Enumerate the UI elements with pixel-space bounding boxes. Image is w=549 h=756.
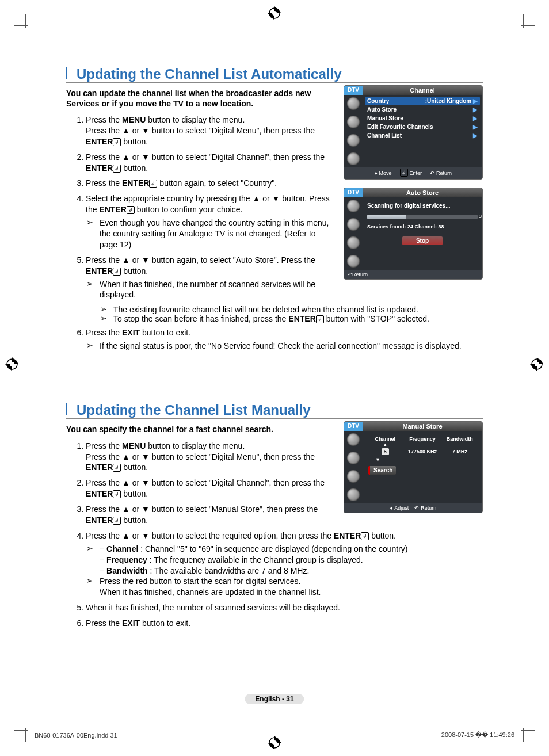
note-pointer-icon: ➢ [100, 314, 108, 323]
step: Press the ▲ or ▼ button to select "Manua… [86, 504, 336, 526]
enter-icon [361, 532, 369, 540]
note-text: Press the red button to start the scan f… [100, 576, 483, 598]
col-channel: Channel▲ [368, 436, 402, 448]
enter-icon [316, 315, 324, 323]
step: Press the MENU button to display the men… [86, 441, 336, 474]
osd-category-icons [344, 95, 363, 167]
registration-mark-right [529, 357, 544, 372]
dtv-badge: DTV [344, 86, 363, 95]
steps-manual-cont: Press the ▲ or ▼ button to select the re… [66, 530, 483, 629]
osd-category-icon [347, 116, 360, 128]
enter-icon [149, 180, 157, 188]
intro-manual: You can specify the channel for a fast c… [66, 425, 336, 435]
osd-title: Channel [363, 86, 482, 95]
enter-icon [113, 464, 121, 472]
note-pointer-icon: ➢ [86, 278, 94, 289]
osd-category-icon [347, 97, 360, 110]
step: Press the EXIT button to exit. ➢If the s… [86, 327, 483, 352]
note-text: When it has finished, the number of scan… [100, 279, 336, 301]
note-pointer-icon: ➢ [86, 217, 94, 228]
progress: Scanning for digital services... 35% [367, 203, 478, 219]
osd-manual-store: DTV Manual Store Channel▲ [344, 421, 483, 513]
step: Select the appropriate country by pressi… [86, 193, 336, 250]
note-text: To stop the scan before it has finished,… [113, 314, 483, 324]
menu-row: Auto Store▶ [365, 105, 480, 114]
enter-icon [113, 268, 121, 276]
menu-row-country: Country:United Kingdom ▶ [365, 97, 480, 105]
enter-icon [127, 206, 135, 214]
col-frequency: Frequency [406, 436, 440, 448]
intro-auto: You can update the channel list when the… [66, 89, 336, 109]
progress-label: Scanning for digital services... [367, 203, 478, 209]
menu-row: Edit Favourite Channels▶ [365, 123, 480, 131]
crop-mark [14, 25, 28, 26]
search-button: Search [368, 466, 396, 475]
menu-row: Manual Store▶ [365, 114, 480, 123]
steps-manual: Press the MENU button to display the men… [66, 441, 336, 526]
enter-icon [400, 169, 408, 177]
section-title-manual: Updating the Channel List Manually [66, 402, 483, 419]
progress-bar: 35% [367, 215, 478, 219]
enter-icon [113, 138, 121, 146]
note-pointer-icon: ➢ [86, 340, 94, 351]
osd-category-icon [347, 134, 360, 147]
enter-icon [113, 490, 121, 498]
osd-category-icon [347, 200, 360, 212]
osd-category-icon [347, 236, 360, 249]
services-found: Services found: 24 Channel: 38 [365, 223, 480, 231]
progress-percent: 35% [479, 213, 483, 219]
osd-channel-menu: DTV Channel Country:United Kingdom ▶ Au [344, 85, 483, 180]
note-text: − Channel : Channel "5" to "69" in seque… [100, 544, 483, 576]
section-title-auto: Updating the Channel List Automatically [66, 66, 483, 83]
note-pointer-icon: ➢ [100, 304, 108, 314]
enter-icon [113, 517, 121, 525]
dtv-badge: DTV [344, 422, 363, 431]
osd-footer: ↶ Return [344, 270, 482, 279]
osd-category-icons [344, 197, 363, 270]
step: Press the EXIT button to exit. [86, 618, 483, 629]
note-text: If the signal status is poor, the "No Se… [100, 341, 483, 352]
osd-category-icon [347, 452, 360, 464]
osd-auto-store: DTV Auto Store Scanning for digital [344, 188, 483, 280]
enter-icon [113, 165, 121, 173]
step: When it has finished, the number of scan… [86, 602, 483, 613]
osd-category-icon [347, 255, 360, 268]
bandwidth-value: 7 MHz [443, 449, 476, 455]
osd-footer: ♦Adjust ↶Return [344, 503, 482, 513]
osd-title: Auto Store [363, 188, 482, 197]
col-bandwidth: Bandwidth [443, 436, 476, 448]
page: Updating the Channel List Automatically … [0, 0, 549, 756]
steps-auto: Press the MENU button to display the men… [66, 114, 336, 300]
footer-timestamp: 2008-07-15 �� 11:49:26 [441, 731, 514, 739]
osd-category-icon [347, 470, 360, 483]
channel-value: 5 [382, 448, 389, 455]
note-text: Even though you have changed the country… [100, 217, 336, 250]
osd-title: Manual Store [363, 422, 482, 431]
crop-mark [521, 730, 535, 731]
step: Press the ▲ or ▼ button to select the re… [86, 530, 483, 598]
osd-footer: ♦Move Enter ↶Return [344, 167, 482, 179]
osd-category-icon [347, 488, 360, 501]
osd-category-icon [347, 218, 360, 231]
crop-mark [14, 730, 28, 731]
osd-category-icon [347, 433, 360, 446]
step: Press the ENTER button again, to select … [86, 178, 336, 189]
note-pointer-icon: ➢ [86, 575, 94, 586]
menu-row: Channel List▶ [365, 131, 480, 140]
registration-mark-left [5, 357, 20, 372]
crop-mark [521, 25, 535, 26]
note-pointer-icon: ➢ [86, 543, 94, 554]
registration-mark-bottom [267, 735, 282, 750]
steps-auto-cont: Press the EXIT button to exit. ➢If the s… [66, 327, 483, 352]
registration-mark-top [267, 6, 282, 21]
frequency-value: 177500 KHz [406, 449, 440, 455]
osd-category-icons [344, 431, 363, 503]
stop-button: Stop [402, 236, 443, 245]
step: Press the ▲ or ▼ button to select "Digit… [86, 152, 336, 174]
footer-filename: BN68-01736A-00Eng.indd 31 [35, 732, 117, 739]
step: Press the MENU button to display the men… [86, 114, 336, 147]
step: Press the ▲ or ▼ button again, to select… [86, 255, 336, 301]
page-number: English - 31 [245, 694, 304, 704]
dtv-badge: DTV [344, 188, 363, 197]
note-text: The existing favourite channel list will… [113, 305, 483, 314]
